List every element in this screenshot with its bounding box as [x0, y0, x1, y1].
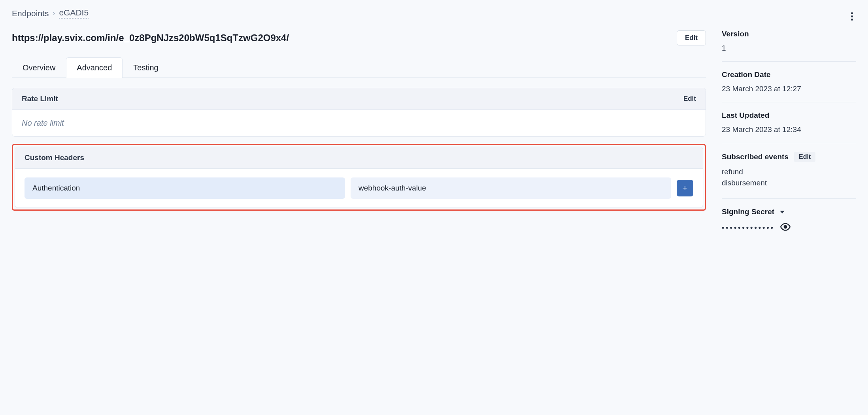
last-updated-value: 23 March 2023 at 12:34 [722, 125, 856, 134]
rate-limit-edit-button[interactable]: Edit [683, 95, 696, 103]
chevron-down-icon[interactable] [780, 211, 785, 213]
event-item: refund [722, 168, 856, 176]
more-menu-icon[interactable] [848, 8, 856, 25]
tab-overview[interactable]: Overview [12, 57, 66, 78]
version-label: Version [722, 30, 856, 38]
custom-headers-highlight: Custom Headers + [12, 144, 706, 211]
eye-icon[interactable] [780, 222, 791, 234]
edit-endpoint-button[interactable]: Edit [677, 30, 706, 45]
rate-limit-title: Rate Limit [22, 94, 58, 103]
breadcrumb-root[interactable]: Endpoints [12, 9, 49, 18]
breadcrumb-current: eGADI5 [59, 8, 89, 19]
event-item: disbursement [722, 179, 856, 187]
custom-headers-card: Custom Headers + [15, 147, 703, 208]
signing-secret-masked: ••••••••••••• [722, 224, 775, 232]
subscribed-events-edit-button[interactable]: Edit [794, 152, 815, 162]
svg-point-0 [784, 226, 787, 228]
tab-advanced[interactable]: Advanced [66, 57, 123, 78]
signing-secret-label: Signing Secret [722, 208, 774, 216]
rate-limit-card: Rate Limit Edit No rate limit [12, 88, 706, 137]
header-value-input[interactable] [351, 177, 671, 199]
add-header-button[interactable]: + [677, 180, 693, 196]
version-value: 1 [722, 44, 856, 53]
last-updated-label: Last Updated [722, 111, 856, 120]
breadcrumb: Endpoints › eGADI5 [12, 8, 706, 19]
tab-testing[interactable]: Testing [123, 57, 169, 78]
subscribed-events-label: Subscribed events [722, 153, 789, 161]
rate-limit-value: No rate limit [12, 110, 706, 136]
creation-date-value: 23 March 2023 at 12:27 [722, 85, 856, 93]
page-title: https://play.svix.com/in/e_0z8PgNJzs20bW… [12, 32, 289, 43]
creation-date-label: Creation Date [722, 70, 856, 79]
header-key-input[interactable] [25, 177, 345, 199]
chevron-right-icon: › [53, 9, 55, 17]
custom-headers-title: Custom Headers [25, 153, 84, 162]
tabs: Overview Advanced Testing [12, 57, 706, 78]
